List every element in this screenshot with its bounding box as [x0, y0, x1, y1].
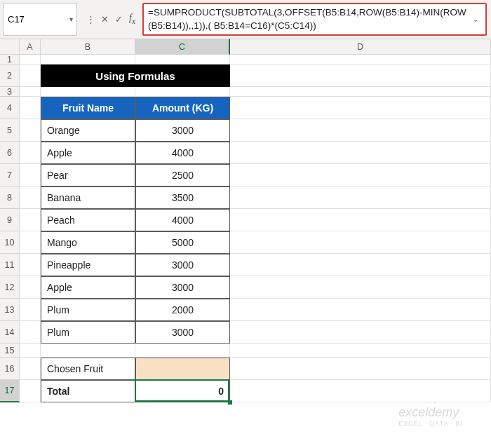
col-header-d[interactable]: D [230, 39, 491, 55]
table-cell-fruit[interactable]: Orange [41, 119, 135, 142]
total-label[interactable]: Total [41, 380, 135, 402]
cell[interactable] [20, 209, 41, 231]
table-cell-fruit[interactable]: Apple [41, 142, 135, 164]
row-header[interactable]: 7 [0, 164, 20, 186]
cell[interactable] [41, 344, 135, 358]
cell[interactable] [230, 231, 491, 254]
row-header[interactable]: 1 [0, 55, 20, 65]
table-cell-fruit[interactable]: Mango [41, 231, 135, 254]
spreadsheet-grid: A B C D 1 2 Using Formulas 3 4 Fruit Nam… [0, 39, 491, 402]
enter-icon[interactable]: ✓ [112, 14, 125, 25]
chosen-fruit-value[interactable] [135, 358, 230, 380]
watermark-sub: EXCEL · DATA · BI [398, 420, 463, 427]
table-cell-amount[interactable]: 5000 [135, 231, 230, 254]
cell[interactable] [230, 299, 491, 321]
formula-input-container: =SUMPRODUCT(SUBTOTAL(3,OFFSET(B5:B14,ROW… [142, 3, 487, 36]
cell[interactable] [20, 119, 41, 142]
table-cell-fruit[interactable]: Plum [41, 299, 135, 321]
cell[interactable] [230, 142, 491, 164]
table-cell-amount[interactable]: 3000 [135, 119, 230, 142]
cell[interactable] [20, 97, 41, 119]
formula-expand-icon[interactable]: ⌄ [470, 15, 481, 23]
cell[interactable] [230, 186, 491, 209]
row-header[interactable]: 5 [0, 119, 20, 142]
cell[interactable] [230, 55, 491, 65]
col-header-b[interactable]: B [41, 39, 135, 55]
table-cell-amount[interactable]: 2500 [135, 164, 230, 186]
row-header[interactable]: 9 [0, 209, 20, 231]
name-box-dropdown-icon[interactable]: ▾ [65, 15, 76, 23]
row-header[interactable]: 8 [0, 186, 20, 209]
row-header[interactable]: 4 [0, 97, 20, 119]
cell[interactable] [230, 276, 491, 299]
cell[interactable] [20, 231, 41, 254]
row-header[interactable]: 10 [0, 231, 20, 254]
cell[interactable] [20, 87, 41, 97]
cell[interactable] [20, 321, 41, 344]
cell[interactable] [230, 358, 491, 380]
total-value-cell[interactable]: 0 [135, 380, 230, 402]
table-cell-amount[interactable]: 4000 [135, 209, 230, 231]
table-cell-fruit[interactable]: Banana [41, 186, 135, 209]
table-cell-amount[interactable]: 3000 [135, 254, 230, 276]
cell[interactable] [230, 65, 491, 87]
cell[interactable] [20, 164, 41, 186]
cell[interactable] [230, 164, 491, 186]
row-header[interactable]: 15 [0, 344, 20, 358]
cell[interactable] [20, 276, 41, 299]
cell[interactable] [20, 380, 41, 402]
fx-icon[interactable]: fx [126, 13, 138, 26]
table-cell-fruit[interactable]: Apple [41, 276, 135, 299]
cell[interactable] [20, 55, 41, 65]
row-header[interactable]: 3 [0, 87, 20, 97]
table-cell-amount[interactable]: 3500 [135, 186, 230, 209]
table-cell-fruit[interactable]: Plum [41, 321, 135, 344]
table-cell-amount[interactable]: 3000 [135, 276, 230, 299]
cell[interactable] [20, 344, 41, 358]
cancel-icon[interactable]: ✕ [98, 14, 111, 25]
cell[interactable] [135, 55, 230, 65]
table-cell-fruit[interactable]: Pineapple [41, 254, 135, 276]
name-box[interactable] [4, 13, 65, 26]
cell[interactable] [230, 254, 491, 276]
table-cell-fruit[interactable]: Peach [41, 209, 135, 231]
cell[interactable] [230, 87, 491, 97]
cell[interactable] [230, 344, 491, 358]
col-header-a[interactable]: A [20, 39, 41, 55]
cell[interactable] [230, 380, 491, 402]
row-header[interactable]: 6 [0, 142, 20, 164]
cell[interactable] [230, 321, 491, 344]
watermark: exceldemy EXCEL · DATA · BI [398, 405, 463, 427]
row-header[interactable]: 12 [0, 276, 20, 299]
table-cell-amount[interactable]: 2000 [135, 299, 230, 321]
select-all-corner[interactable] [0, 39, 20, 55]
cell[interactable] [20, 65, 41, 87]
cell[interactable] [20, 142, 41, 164]
row-header[interactable]: 13 [0, 299, 20, 321]
cell[interactable] [20, 186, 41, 209]
formula-input[interactable]: =SUMPRODUCT(SUBTOTAL(3,OFFSET(B5:B14,ROW… [148, 6, 470, 32]
cell[interactable] [230, 97, 491, 119]
chosen-fruit-label[interactable]: Chosen Fruit [41, 358, 135, 380]
row-header[interactable]: 17 [0, 380, 20, 402]
row-header[interactable]: 2 [0, 65, 20, 87]
row-header[interactable]: 14 [0, 321, 20, 344]
row-header[interactable]: 16 [0, 358, 20, 380]
cell[interactable] [20, 254, 41, 276]
separator-icon: ⋮ [84, 14, 97, 25]
table-cell-fruit[interactable]: Pear [41, 164, 135, 186]
cell[interactable] [135, 344, 230, 358]
cell[interactable] [41, 55, 135, 65]
row-header[interactable]: 11 [0, 254, 20, 276]
cell[interactable] [20, 299, 41, 321]
cell[interactable] [41, 87, 135, 97]
cell[interactable] [230, 209, 491, 231]
table-cell-amount[interactable]: 3000 [135, 321, 230, 344]
table-header-fruit: Fruit Name [41, 97, 135, 119]
cell[interactable] [230, 119, 491, 142]
col-header-c[interactable]: C [135, 39, 230, 55]
cell[interactable] [135, 87, 230, 97]
cell[interactable] [20, 358, 41, 380]
table-header-amount: Amount (KG) [135, 97, 230, 119]
table-cell-amount[interactable]: 4000 [135, 142, 230, 164]
